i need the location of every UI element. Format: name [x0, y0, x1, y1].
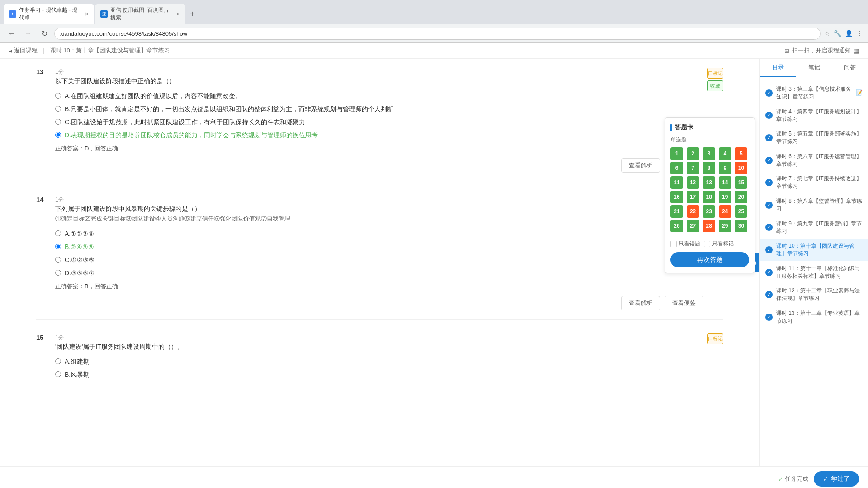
tab-toc[interactable]: 目录 — [760, 59, 796, 77]
question-13-radio-a[interactable] — [55, 93, 61, 99]
answer-num-15[interactable]: 15 — [735, 176, 747, 189]
toc-label-7: 课时 10：第十章【团队建设与管理】章节练习 — [776, 242, 863, 258]
question-13-option-b: B.只要是小团体，就肯定是不好的，一切出发点都是以组织和团队的整体利益为主，而非… — [55, 104, 703, 114]
tab-2-close[interactable]: × — [176, 10, 180, 18]
toc-check-10: ✓ — [765, 314, 773, 321]
tab-qa[interactable]: 问答 — [832, 59, 868, 77]
answer-card-title: 答题卡 — [670, 123, 749, 131]
filter-mark-checkbox[interactable] — [704, 241, 710, 247]
answer-num-28[interactable]: 28 — [703, 220, 715, 232]
tab-1[interactable]: ✦ 任务学习 - 现代卓越 - 现代卓... × — [4, 4, 94, 24]
question-15-radio-a[interactable] — [55, 358, 61, 364]
toc-item-9[interactable]: ✓课时 12：第十二章【职业素养与法律法规】章节练习 — [760, 283, 868, 306]
answer-num-13[interactable]: 13 — [703, 176, 715, 189]
question-14-actions: 查看解析 查看便签 — [36, 296, 703, 310]
answer-num-1[interactable]: 1 — [670, 147, 683, 160]
answer-num-30[interactable]: 30 — [735, 220, 747, 232]
question-13-radio-c[interactable] — [55, 119, 61, 125]
answer-num-7[interactable]: 7 — [687, 162, 699, 174]
answer-num-9[interactable]: 9 — [719, 162, 731, 174]
toc-label-2: 课时 5：第五章【IT服务部署实施】章节练习 — [776, 130, 863, 145]
answer-num-3[interactable]: 3 — [703, 147, 715, 160]
new-tab-button[interactable]: + — [186, 8, 198, 21]
answer-num-21[interactable]: 21 — [670, 205, 683, 218]
answer-num-25[interactable]: 25 — [735, 205, 747, 218]
question-14-flashcard-button[interactable]: 查看便签 — [665, 296, 703, 310]
reload-button[interactable]: ↻ — [38, 27, 51, 40]
toc-check-0: ✓ — [765, 89, 773, 97]
toc-check-6: ✓ — [765, 224, 773, 231]
toc-item-1[interactable]: ✓课时 4：第四章【IT服务规划设计】章节练习 — [760, 104, 868, 127]
question-13-radio-d[interactable] — [55, 132, 61, 138]
question-13-radio-b[interactable] — [55, 106, 61, 112]
tab-1-close[interactable]: × — [85, 10, 89, 18]
answer-num-23[interactable]: 23 — [703, 205, 715, 218]
question-14-radio-c[interactable] — [55, 257, 61, 263]
question-13-analysis-button[interactable]: 查看解析 — [621, 158, 660, 173]
learned-button[interactable]: ✓ 学过了 — [814, 471, 859, 487]
back-nav-button[interactable]: ← — [5, 27, 18, 40]
answer-num-5[interactable]: 5 — [735, 147, 747, 160]
question-13-collect-button[interactable]: 收藏 — [707, 80, 723, 91]
scan-icon: ⊞ — [784, 47, 789, 54]
answer-num-10[interactable]: 10 — [735, 162, 747, 174]
answer-num-16[interactable]: 16 — [670, 191, 683, 203]
toc-item-6[interactable]: ✓课时 9：第九章【IT服务营销】章节练习 — [760, 216, 868, 239]
menu-icon[interactable]: ⋮ — [856, 30, 863, 37]
question-14-analysis-button[interactable]: 查看解析 — [621, 296, 660, 310]
question-14-radio-a[interactable] — [55, 230, 61, 236]
tab-1-label: 任务学习 - 现代卓越 - 现代卓... — [19, 6, 80, 22]
question-15-radio-b[interactable] — [55, 371, 61, 377]
extension-icon[interactable]: 🔧 — [834, 30, 841, 37]
answer-num-4[interactable]: 4 — [719, 147, 731, 160]
filter-wrong-checkbox[interactable] — [670, 241, 677, 247]
retry-button[interactable]: 再次答题 — [670, 252, 749, 267]
answer-num-14[interactable]: 14 — [719, 176, 731, 189]
answer-num-12[interactable]: 12 — [687, 176, 699, 189]
answer-num-17[interactable]: 17 — [687, 191, 699, 203]
question-13-option-c: C.团队建设始于规范期，此时抓紧团队建设工作，有利于团队保持长久的斗志和凝聚力 — [55, 117, 703, 127]
toc-item-4[interactable]: ✓课时 7：第七章【IT服务持续改进】章节练习 — [760, 171, 868, 194]
answer-num-19[interactable]: 19 — [719, 191, 731, 203]
answer-num-29[interactable]: 29 — [719, 220, 731, 232]
answer-num-18[interactable]: 18 — [703, 191, 715, 203]
question-14-correct-answer: B — [85, 283, 89, 290]
url-input[interactable] — [54, 28, 821, 40]
toc-item-5[interactable]: ✓课时 8：第八章【监督管理】章节练习 — [760, 194, 868, 216]
answer-num-11[interactable]: 11 — [670, 176, 683, 189]
profile-icon[interactable]: 👤 — [845, 30, 853, 37]
question-13-number: 13 — [36, 68, 50, 75]
toc-label-4: 课时 7：第七章【IT服务持续改进】章节练习 — [776, 175, 863, 190]
toc-item-2[interactable]: ✓课时 5：第五章【IT服务部署实施】章节练习 — [760, 127, 868, 149]
task-done-button[interactable]: ✓ 任务完成 — [778, 475, 808, 483]
answer-num-6[interactable]: 6 — [670, 162, 683, 174]
question-13-mark-button[interactable]: 口标记 — [707, 68, 723, 79]
number-grid: 1234567891011121314151617181920212223242… — [670, 147, 749, 232]
answer-num-22[interactable]: 22 — [687, 205, 699, 218]
toc-item-3[interactable]: ✓课时 6：第六章【IT服务运营管理】章节练习 — [760, 149, 868, 172]
answer-num-2[interactable]: 2 — [687, 147, 699, 160]
question-15-mark-button[interactable]: 口标记 — [707, 333, 723, 344]
main-content: 13 1分 以下关于团队建设阶段描述中正确的是（） A.在团队组建期建立好团队的… — [0, 59, 760, 466]
answer-num-26[interactable]: 26 — [670, 220, 683, 232]
learned-icon: ✓ — [823, 475, 828, 483]
answer-num-24[interactable]: 24 — [719, 205, 731, 218]
toc-item-0[interactable]: ✓课时 3：第三章【信息技术服务知识】章节练习📝 — [760, 82, 868, 104]
bookmark-icon[interactable]: ☆ — [824, 30, 830, 37]
toc-item-10[interactable]: ✓课时 13：第十三章【专业英语】章节练习 — [760, 306, 868, 328]
question-14-radio-b[interactable] — [55, 244, 61, 249]
answer-num-27[interactable]: 27 — [687, 220, 699, 232]
answer-num-20[interactable]: 20 — [735, 191, 747, 203]
answer-num-8[interactable]: 8 — [703, 162, 715, 174]
toc-label-6: 课时 9：第九章【IT服务营销】章节练习 — [776, 220, 863, 235]
question-14-radio-d[interactable] — [55, 270, 61, 276]
toc-item-7[interactable]: ✓课时 10：第十章【团队建设与管理】章节练习 — [760, 239, 868, 261]
toc-item-8[interactable]: ✓课时 11：第十一章【标准化知识与IT服务相关标准】章节练习 — [760, 261, 868, 284]
tab-2[interactable]: 亚 亚信 使用截图_百度图片搜索 × — [95, 4, 185, 24]
forward-nav-button[interactable]: → — [22, 27, 34, 40]
tab-notes[interactable]: 笔记 — [796, 59, 832, 77]
back-to-course-button[interactable]: ◂ 返回课程 — [9, 47, 38, 55]
question-14-text-b: B.②④⑤⑥ — [65, 242, 94, 252]
scan-button[interactable]: ⊞ 扫一扫，开启课程通知 ▦ — [784, 47, 859, 55]
qr-icon: ▦ — [854, 47, 859, 54]
